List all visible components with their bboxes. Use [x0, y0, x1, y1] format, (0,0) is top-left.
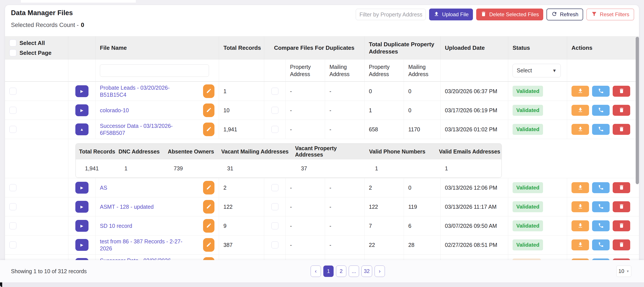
delete-file-button[interactable] — [613, 182, 630, 193]
select-all-checkbox[interactable] — [10, 40, 16, 47]
refresh-icon — [551, 11, 557, 18]
page-button-32[interactable]: 32 — [362, 265, 372, 277]
delete-selected-files-button[interactable]: Delete Selected Files — [476, 9, 543, 20]
download-file-button[interactable] — [572, 239, 589, 250]
compare-checkbox[interactable] — [272, 222, 278, 229]
toolbar: Upload File Delete Selected Files Refres… — [356, 9, 634, 20]
filter-funnel-icon — [591, 11, 597, 18]
filter-property-address-input[interactable] — [356, 9, 426, 20]
page-button-1[interactable]: 1 — [323, 265, 334, 277]
compare-mailing-cell: - — [325, 197, 364, 216]
uploaded-date-header: Uploaded Date — [440, 36, 508, 60]
upload-file-button[interactable]: Upload File — [429, 9, 473, 20]
vertical-scrollbar-thumb[interactable] — [636, 37, 639, 184]
edit-file-button[interactable] — [203, 238, 214, 252]
dup-property-cell: 122 — [364, 197, 404, 216]
download-icon — [578, 203, 583, 210]
select-page-checkbox[interactable] — [10, 49, 16, 56]
data-manager-card: Data Manager Files Selected Records Coun… — [5, 5, 639, 272]
reset-filters-button[interactable]: Reset Filters — [586, 9, 634, 20]
phone-button[interactable] — [592, 105, 610, 116]
compare-checkbox[interactable] — [272, 241, 278, 248]
pencil-icon — [206, 204, 212, 210]
file-stats-panel: Total Records DNC Addresses Absentee Own… — [76, 143, 502, 178]
table-row: ▶ ASMT - 128 - updated 122 - - 122 119 0… — [5, 197, 639, 216]
download-icon — [578, 88, 583, 95]
download-file-button[interactable] — [572, 201, 589, 212]
dup-mailing-cell: 6 — [404, 216, 440, 235]
phone-button[interactable] — [592, 182, 610, 193]
expand-row-button[interactable]: ▶ — [75, 85, 88, 97]
expand-row-button[interactable]: ▶ — [75, 182, 88, 194]
pencil-icon — [206, 88, 212, 94]
download-file-button[interactable] — [572, 105, 589, 116]
edit-file-button[interactable] — [203, 123, 214, 136]
compare-checkbox[interactable] — [272, 184, 278, 191]
file-name-link[interactable]: ASMT - 128 - updated — [100, 203, 154, 210]
uploaded-date-cell: 02/27/2026 08:51 PM — [440, 235, 508, 254]
delete-file-button[interactable] — [613, 201, 630, 212]
phone-button[interactable] — [592, 239, 610, 250]
expand-row-button[interactable]: ▶ — [75, 201, 88, 213]
edit-file-button[interactable] — [203, 200, 214, 213]
download-file-button[interactable] — [572, 86, 589, 97]
delete-selected-files-label: Delete Selected Files — [489, 12, 539, 18]
row-checkbox[interactable] — [10, 184, 16, 191]
phone-button[interactable] — [592, 220, 610, 231]
row-checkbox[interactable] — [10, 126, 16, 133]
download-file-button[interactable] — [572, 124, 589, 135]
total-records-header: Total Records — [219, 36, 264, 60]
phone-button[interactable] — [592, 124, 610, 135]
compare-property-cell: - — [286, 197, 325, 216]
page-ellipsis-button[interactable]: ... — [349, 265, 359, 277]
row-checkbox[interactable] — [10, 241, 16, 248]
compare-checkbox[interactable] — [272, 203, 278, 210]
delete-file-button[interactable] — [613, 86, 630, 97]
row-checkbox[interactable] — [10, 107, 16, 114]
edit-file-button[interactable] — [203, 181, 214, 194]
download-file-button[interactable] — [572, 220, 589, 231]
total-records-cell: 2 — [219, 178, 264, 197]
next-page-button[interactable]: › — [374, 265, 385, 277]
expand-row-button[interactable]: ▶ — [75, 104, 88, 116]
row-checkbox[interactable] — [10, 203, 16, 210]
row-checkbox[interactable] — [10, 88, 16, 95]
delete-file-button[interactable] — [613, 105, 630, 116]
file-name-link[interactable]: test from 86 - 387 Records - 2-27-2026 — [100, 238, 194, 252]
download-file-button[interactable] — [572, 182, 589, 193]
delete-file-button[interactable] — [613, 220, 630, 231]
stats-value: 1 — [115, 159, 164, 177]
edit-file-button[interactable] — [203, 84, 214, 98]
delete-file-button[interactable] — [613, 124, 630, 135]
compare-property-cell: - — [286, 82, 325, 101]
file-name-link[interactable]: Successor Data - 03/13/2026-6F58B507 — [100, 122, 194, 137]
edit-file-button[interactable] — [203, 219, 214, 233]
edit-file-button[interactable] — [203, 104, 214, 117]
file-name-link[interactable]: Probate Leads - 03/20/2026-B51B15C4 — [100, 84, 194, 98]
dup-mailing-cell: 0 — [404, 101, 440, 120]
file-name-filter-input[interactable] — [100, 65, 209, 77]
status-filter-select[interactable]: Select ▼ — [512, 64, 561, 77]
table-subheader-row: Property Address Mailing Address Propert… — [5, 60, 639, 82]
stats-value: 1,941 — [76, 159, 115, 177]
expand-row-button[interactable]: ▶ — [75, 239, 88, 251]
trash-icon — [480, 11, 486, 18]
bottom-strip — [0, 282, 644, 287]
delete-file-button[interactable] — [613, 239, 630, 250]
compare-checkbox[interactable] — [272, 107, 278, 114]
file-name-link[interactable]: colorado-10 — [100, 107, 129, 114]
phone-button[interactable] — [592, 86, 610, 97]
status-badge: Validated — [512, 220, 543, 231]
collapse-row-button[interactable]: ▲ — [75, 123, 88, 135]
row-checkbox[interactable] — [10, 222, 16, 229]
compare-checkbox[interactable] — [272, 126, 278, 133]
prev-page-button[interactable]: ‹ — [310, 265, 321, 277]
phone-button[interactable] — [592, 201, 610, 212]
compare-checkbox[interactable] — [272, 88, 278, 95]
page-button-2[interactable]: 2 — [336, 265, 346, 277]
expand-row-button[interactable]: ▶ — [75, 220, 88, 232]
page-size-select[interactable]: 10 ▼ — [616, 265, 631, 277]
file-name-link[interactable]: AS — [100, 184, 107, 191]
refresh-button[interactable]: Refresh — [546, 9, 583, 20]
file-name-link[interactable]: SD 10 record — [100, 222, 132, 229]
